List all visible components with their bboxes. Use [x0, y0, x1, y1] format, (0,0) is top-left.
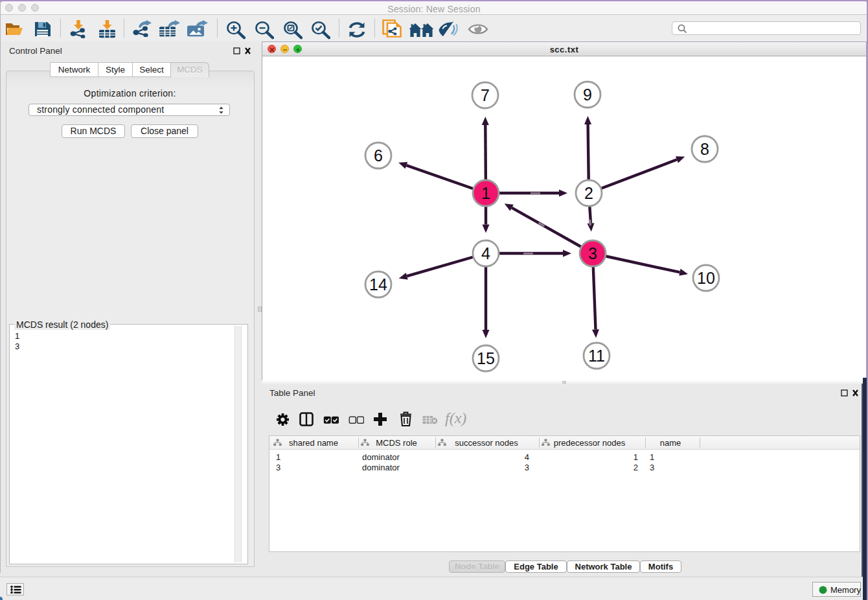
svg-text:11: 11	[588, 347, 605, 365]
svg-text:9: 9	[583, 86, 592, 104]
svg-text:10: 10	[697, 269, 715, 287]
svg-text:8: 8	[700, 140, 709, 158]
svg-text:2: 2	[584, 184, 593, 202]
svg-text:15: 15	[477, 349, 495, 367]
svg-text:14: 14	[369, 275, 387, 294]
svg-text:4: 4	[481, 244, 490, 262]
svg-text:6: 6	[374, 146, 383, 165]
svg-text:7: 7	[481, 86, 490, 104]
svg-text:1: 1	[481, 184, 490, 202]
svg-text:3: 3	[588, 244, 597, 262]
